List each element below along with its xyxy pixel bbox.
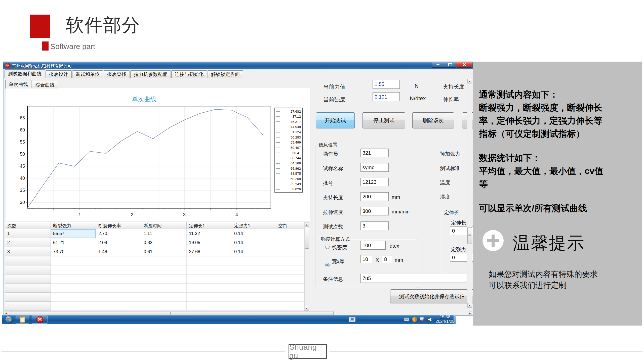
- table-row[interactable]: [5, 275, 305, 284]
- table-cell[interactable]: 27.68: [187, 247, 232, 256]
- table-cell[interactable]: [51, 256, 96, 265]
- table-cell[interactable]: [96, 256, 141, 265]
- table-cell[interactable]: [276, 284, 304, 293]
- init-save-button[interactable]: 测试次数初始化并保存测试信: [390, 289, 473, 303]
- row-header-cell[interactable]: [5, 256, 51, 265]
- row-header-cell[interactable]: 3: [5, 247, 51, 256]
- current-strength-value[interactable]: 0.101: [373, 92, 400, 101]
- table-cell[interactable]: [276, 229, 304, 238]
- table-cell[interactable]: [187, 256, 232, 265]
- tab-7[interactable]: 解锁锁定界面: [208, 70, 243, 78]
- column-header[interactable]: 定伸长1: [187, 222, 232, 229]
- table-cell[interactable]: [96, 275, 141, 284]
- table-row[interactable]: [5, 302, 305, 311]
- table-cell[interactable]: [141, 302, 187, 311]
- subtab-1[interactable]: 单次曲线: [5, 80, 31, 88]
- close-button[interactable]: [456, 62, 472, 68]
- table-row[interactable]: [5, 293, 305, 302]
- tab-1[interactable]: 测试数据和曲线: [5, 69, 45, 78]
- tab-2[interactable]: 报表设计: [46, 70, 72, 78]
- table-cell[interactable]: [187, 302, 232, 311]
- scroll-down-icon[interactable]: ▼: [305, 306, 309, 310]
- row-header-cell[interactable]: [5, 293, 51, 302]
- tab-6[interactable]: 连接与初始化: [171, 70, 207, 78]
- column-header[interactable]: 次数: [5, 222, 51, 229]
- scroll-right-icon[interactable]: ▶: [468, 311, 472, 315]
- table-cell[interactable]: [141, 275, 187, 284]
- table-cell[interactable]: 1.11: [141, 229, 187, 238]
- table-cell[interactable]: 55.57: [51, 229, 96, 238]
- table-cell[interactable]: [276, 302, 304, 311]
- table-cell[interactable]: [232, 265, 276, 275]
- table-row[interactable]: 155.572.701.1111.320.14: [5, 229, 305, 238]
- form-field-input[interactable]: 300: [360, 207, 389, 215]
- start-button[interactable]: [5, 315, 13, 324]
- table-cell[interactable]: [276, 238, 304, 247]
- table-row[interactable]: [5, 265, 305, 275]
- linear-density-input[interactable]: 100: [360, 241, 386, 250]
- table-cell[interactable]: [232, 256, 276, 265]
- table-cell[interactable]: [96, 284, 141, 293]
- table-cell[interactable]: [232, 284, 276, 293]
- taskbar-item-notes[interactable]: [16, 315, 29, 324]
- taskbar-clock[interactable]: 15:58 2024/1/25: [434, 315, 456, 324]
- table-cell[interactable]: [276, 293, 304, 302]
- window-titlebar[interactable]: DX 常州双固顿达机电科技有限公司: [3, 62, 473, 69]
- table-cell[interactable]: 61.21: [51, 238, 96, 247]
- tab-3[interactable]: 调试和单位: [72, 70, 103, 78]
- minimize-button[interactable]: [432, 62, 444, 68]
- table-cell[interactable]: 11.32: [187, 229, 232, 238]
- delete-test-button[interactable]: 删除该次: [412, 112, 454, 128]
- table-cell[interactable]: [232, 302, 276, 311]
- row-header-cell[interactable]: [5, 265, 51, 275]
- table-cell[interactable]: [96, 265, 141, 275]
- table-cell[interactable]: [187, 265, 232, 275]
- table-cell[interactable]: 1.48: [96, 247, 141, 256]
- remark-input[interactable]: 7u5: [360, 274, 471, 283]
- table-cell[interactable]: 0.61: [141, 247, 187, 256]
- table-cell[interactable]: [276, 265, 304, 275]
- table-cell[interactable]: [276, 275, 304, 284]
- table-cell[interactable]: 0.83: [141, 238, 187, 247]
- table-cell[interactable]: [96, 302, 141, 311]
- hscroll-thumb[interactable]: [9, 311, 334, 315]
- column-header[interactable]: 定强力1: [232, 222, 276, 229]
- form-vertical-scrollbar[interactable]: ▲ ▼: [467, 79, 472, 308]
- form-scroll-down-icon[interactable]: ▼: [467, 303, 472, 308]
- scroll-left-icon[interactable]: ◀: [4, 311, 8, 315]
- tab-4[interactable]: 报表查找: [104, 70, 130, 78]
- table-cell[interactable]: 73.70: [51, 247, 96, 256]
- table-cell[interactable]: 2.70: [96, 229, 141, 238]
- row-header-cell[interactable]: [5, 302, 51, 311]
- form-field-input[interactable]: 3: [360, 221, 389, 230]
- table-cell[interactable]: 0.14: [232, 238, 276, 247]
- table-row[interactable]: [5, 256, 305, 265]
- table-cell[interactable]: 0.14: [232, 229, 276, 238]
- taskbar-item-app[interactable]: DX: [32, 315, 48, 324]
- show-desktop-button[interactable]: [454, 315, 456, 324]
- subtab-2[interactable]: 综合曲线: [32, 81, 58, 88]
- table-cell[interactable]: [51, 275, 96, 284]
- form-field-input[interactable]: 12123: [360, 178, 389, 186]
- start-test-button[interactable]: 开始测试: [316, 112, 355, 128]
- tray-hidden-icons[interactable]: [404, 317, 409, 322]
- horizontal-scrollbar[interactable]: ◀ ▶: [4, 311, 472, 315]
- table-cell[interactable]: [51, 293, 96, 302]
- table-cell[interactable]: [276, 256, 304, 265]
- width-thickness-radio[interactable]: [325, 263, 330, 267]
- table-cell[interactable]: [51, 284, 96, 293]
- table-cell[interactable]: [141, 265, 187, 275]
- table-row[interactable]: [5, 284, 305, 293]
- width-input[interactable]: 10: [360, 255, 372, 263]
- row-header-cell[interactable]: [5, 284, 51, 293]
- table-cell[interactable]: 2.04: [96, 238, 141, 247]
- table-cell[interactable]: [187, 275, 232, 284]
- form-scroll-up-icon[interactable]: ▲: [467, 79, 472, 83]
- input-method-keyboard-icon[interactable]: [349, 317, 356, 322]
- table-cell[interactable]: [51, 302, 96, 311]
- stop-test-button[interactable]: 停止测试: [363, 112, 405, 128]
- table-scroll-thumb[interactable]: [305, 227, 309, 249]
- form-field-input[interactable]: 321: [360, 149, 389, 157]
- table-cell[interactable]: [276, 247, 304, 256]
- table-cell[interactable]: [187, 284, 232, 293]
